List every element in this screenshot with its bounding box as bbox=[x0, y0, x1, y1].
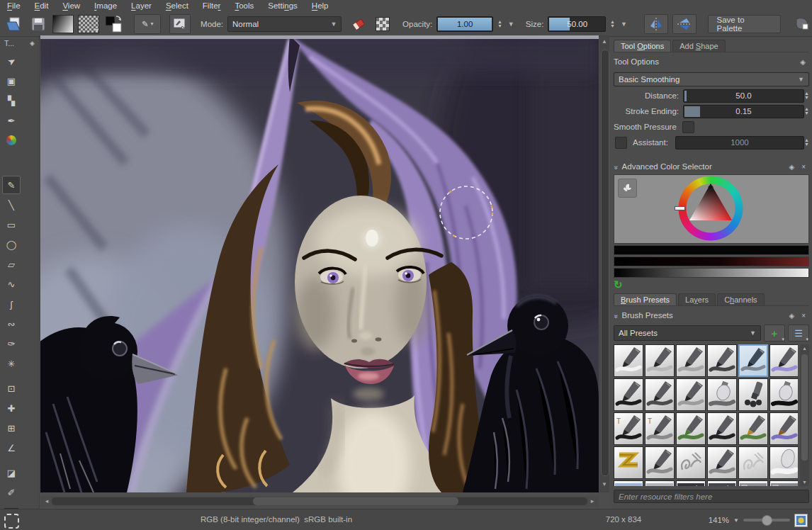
close-icon[interactable]: × bbox=[798, 312, 809, 320]
size-dropdown-chevron[interactable]: ▼ bbox=[619, 21, 628, 28]
shade-bar-red[interactable] bbox=[614, 256, 809, 266]
move-tool[interactable]: ✚ bbox=[2, 399, 21, 417]
float-docker-icon[interactable]: ◈ bbox=[785, 312, 798, 320]
size-spinner[interactable]: ▲▼ bbox=[610, 20, 615, 28]
advanced-color-selector[interactable] bbox=[614, 174, 809, 244]
menu-filter[interactable]: Filter bbox=[196, 1, 228, 10]
color-selector-settings-button[interactable] bbox=[618, 179, 637, 198]
brush-preset-21[interactable] bbox=[707, 446, 737, 479]
workspace-chooser-button[interactable] bbox=[792, 15, 812, 33]
brush-preset-27[interactable] bbox=[707, 480, 737, 486]
brush-preset-12[interactable]: T bbox=[614, 412, 643, 445]
brush-preset-4[interactable] bbox=[738, 344, 768, 377]
scroll-right-icon[interactable]: ▸ bbox=[587, 496, 597, 507]
transform-tool[interactable]: ▣ bbox=[2, 72, 21, 90]
scroll-down-icon[interactable]: ▼ bbox=[599, 480, 609, 490]
brush-preset-3[interactable] bbox=[707, 344, 737, 377]
brush-preset-20[interactable] bbox=[676, 446, 706, 479]
assistant-spinner[interactable]: ▲▼ bbox=[804, 138, 809, 147]
collapse-docker-icon[interactable]: » bbox=[612, 314, 620, 317]
brush-preset-18[interactable] bbox=[614, 446, 643, 479]
save-to-palette-button[interactable]: Save to Palette bbox=[708, 15, 782, 33]
open-document-button[interactable] bbox=[4, 15, 24, 33]
brush-preset-19[interactable] bbox=[645, 446, 675, 479]
color-triangle[interactable] bbox=[678, 176, 743, 241]
presets-scroll-thumb[interactable] bbox=[801, 354, 808, 461]
vertical-scroll-thumb[interactable] bbox=[601, 50, 609, 476]
calligraphy-tool[interactable]: ✒ bbox=[2, 111, 21, 130]
menu-tools[interactable]: Tools bbox=[227, 1, 261, 10]
freehand-brush-tool[interactable]: ✎ bbox=[2, 176, 21, 194]
menu-edit[interactable]: Edit bbox=[28, 1, 56, 10]
menu-select[interactable]: Select bbox=[159, 1, 196, 10]
menu-settings[interactable]: Settings bbox=[261, 1, 305, 10]
dynamic-brush-tool[interactable]: ✑ bbox=[2, 334, 21, 353]
freehand-path-tool[interactable]: ∾ bbox=[2, 315, 21, 333]
opacity-dropdown-chevron[interactable]: ▼ bbox=[507, 21, 516, 28]
brush-preset-5[interactable] bbox=[769, 344, 798, 377]
menu-layer[interactable]: Layer bbox=[124, 1, 159, 10]
fill-tool[interactable]: ◪ bbox=[2, 463, 21, 482]
blending-mode-dropdown[interactable]: Normal ▼ bbox=[227, 16, 342, 32]
color-history-bar[interactable] bbox=[614, 245, 809, 255]
ellipse-tool[interactable]: ◯ bbox=[2, 235, 21, 254]
tab-tool-options[interactable]: Tool Options bbox=[614, 40, 671, 52]
brush-preset-22[interactable] bbox=[738, 446, 768, 479]
scroll-up-icon[interactable]: ▲ bbox=[800, 346, 809, 351]
scroll-left-icon[interactable]: ◂ bbox=[42, 496, 52, 507]
gradient-chooser[interactable]: ▾ bbox=[52, 15, 74, 33]
brush-preset-2[interactable] bbox=[676, 344, 706, 377]
canvas-vertical-scrollbar[interactable]: ▲ ▼ bbox=[599, 35, 609, 492]
brush-preset-13[interactable]: T bbox=[645, 412, 675, 445]
preset-filter-dropdown[interactable]: All Presets ▼ bbox=[614, 325, 761, 341]
brush-preset-9[interactable] bbox=[707, 378, 737, 411]
scroll-up-icon[interactable]: ▲ bbox=[599, 37, 609, 47]
mirror-vertical-button[interactable] bbox=[672, 14, 697, 34]
measure-tool[interactable]: ∠ bbox=[2, 439, 21, 457]
stroke-ending-slider[interactable]: 0.15 bbox=[683, 105, 804, 118]
display-mode-button[interactable]: ☰ ▾ bbox=[788, 325, 809, 342]
brush-preset-28[interactable] bbox=[738, 480, 768, 486]
scroll-down-icon[interactable]: ▼ bbox=[800, 480, 809, 485]
brush-preset-15[interactable] bbox=[707, 412, 737, 445]
brush-preset-25[interactable] bbox=[645, 480, 675, 486]
float-docker-icon[interactable]: ◈ bbox=[796, 58, 809, 66]
zoom-slider-thumb[interactable] bbox=[762, 515, 772, 526]
brush-preset-14[interactable] bbox=[676, 412, 706, 445]
assistant-tool[interactable]: ✐ bbox=[2, 483, 21, 502]
brush-preset-1[interactable] bbox=[645, 344, 675, 377]
stroke-ending-spinner[interactable]: ▲▼ bbox=[804, 107, 809, 115]
mirror-horizontal-button[interactable] bbox=[644, 14, 668, 34]
size-slider[interactable]: 50.00 bbox=[548, 16, 606, 32]
line-tool[interactable]: ╲ bbox=[2, 196, 21, 214]
smoothing-dropdown[interactable]: Basic Smoothing ▼ bbox=[614, 72, 809, 86]
brush-preset-7[interactable] bbox=[645, 378, 675, 411]
brush-preset-29[interactable] bbox=[769, 480, 798, 486]
menu-image[interactable]: Image bbox=[87, 1, 124, 10]
menu-file[interactable]: File bbox=[0, 1, 28, 10]
brush-preset-8[interactable] bbox=[676, 378, 706, 411]
zoom-to-fit-icon[interactable] bbox=[794, 514, 808, 527]
bezier-curve-tool[interactable]: ʃ bbox=[2, 295, 21, 313]
assistant-slider[interactable]: 1000 bbox=[675, 136, 804, 150]
brush-preset-24[interactable] bbox=[614, 480, 643, 486]
smooth-pressure-checkbox[interactable] bbox=[682, 121, 694, 133]
zoom-level-value[interactable]: 141% bbox=[709, 516, 729, 524]
chevron-down-icon[interactable]: ▼ bbox=[733, 517, 739, 524]
add-preset-button[interactable]: + ▾ bbox=[764, 325, 785, 342]
brush-preset-0[interactable] bbox=[614, 344, 643, 377]
brush-preset-11[interactable] bbox=[769, 378, 798, 411]
brush-presets-scrollbar[interactable]: ▲ ▼ bbox=[800, 344, 809, 486]
float-docker-icon[interactable]: ◈ bbox=[30, 40, 35, 47]
brush-preset-16[interactable] bbox=[738, 412, 768, 445]
tab-brush-presets[interactable]: Brush Presets bbox=[614, 293, 677, 305]
edit-shapes-tool[interactable]: ▚ bbox=[2, 91, 21, 110]
opacity-slider[interactable]: 1.00 bbox=[436, 16, 493, 32]
brush-preset-26[interactable] bbox=[676, 480, 706, 486]
edit-brush-preset-button[interactable] bbox=[169, 14, 191, 34]
preserve-alpha-button[interactable] bbox=[373, 15, 393, 33]
multibrush-tool[interactable]: ✳ bbox=[2, 354, 21, 373]
menu-view[interactable]: View bbox=[55, 1, 87, 10]
crop-tool[interactable]: ⊡ bbox=[2, 379, 21, 397]
horizontal-scroll-thumb[interactable] bbox=[253, 497, 458, 505]
